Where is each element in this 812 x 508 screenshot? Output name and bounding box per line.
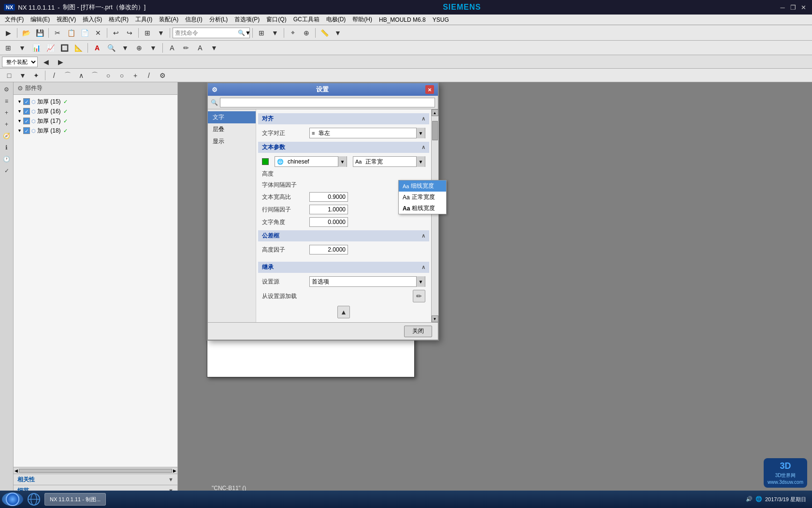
scroll-up-button[interactable]: ▲	[337, 306, 350, 318]
draw-btn2[interactable]: ✦	[30, 69, 43, 82]
text-btn[interactable]: A	[91, 42, 103, 54]
save-button[interactable]: 💾	[33, 27, 46, 39]
filter-btn1[interactable]: ◀	[40, 56, 52, 68]
layout-dropdown[interactable]: ▼	[16, 42, 29, 54]
filter-dropdown1[interactable]: 整个装配	[2, 57, 38, 67]
text-justify-combo[interactable]: ≡ 靠左 ▼	[309, 128, 425, 138]
menu-tools[interactable]: 工具(I)	[132, 15, 155, 25]
line-spacing-input[interactable]	[309, 205, 348, 214]
draw-dropdown1[interactable]: ▼	[16, 69, 29, 82]
drawing-area[interactable]: ⚙ 设置 × 🔍 文字 层叠 显示	[178, 82, 812, 507]
tree-checkbox-16[interactable]: ✓	[23, 108, 30, 115]
text2-btn[interactable]: A	[166, 42, 178, 54]
snap2-btn[interactable]: ⌖	[287, 27, 299, 39]
open-button[interactable]: 📂	[20, 27, 32, 39]
menu-edit[interactable]: 编辑(E)	[28, 15, 53, 25]
search-input[interactable]	[175, 30, 238, 36]
draw-btn1[interactable]: □	[3, 69, 15, 82]
tree-item-thicken18[interactable]: ▼ ✓ ⬡ 加厚 (18) ✓	[14, 126, 177, 135]
ruler2-btn[interactable]: 📐	[72, 42, 85, 54]
view-dropdown[interactable]: ▼	[269, 27, 281, 39]
font-style-arrow[interactable]: ▼	[416, 156, 425, 167]
menu-ysug[interactable]: YSUG	[430, 15, 452, 24]
aspect-ratio-input[interactable]	[309, 192, 348, 202]
crosshair-dropdown[interactable]: ▼	[147, 42, 160, 54]
alignment-section-header[interactable]: 对齐 ∧	[258, 113, 429, 124]
draw-btn8[interactable]: ○	[116, 69, 128, 82]
graph-btn[interactable]: 📈	[44, 42, 57, 54]
search-box[interactable]: 🔍 ▼	[173, 28, 250, 38]
box-btn[interactable]: 🔲	[58, 42, 71, 54]
dialog-search-input[interactable]	[222, 100, 433, 105]
taskbar-nx-btn[interactable]: NX 11.0.1.11 - 制图...	[44, 493, 106, 506]
crosshair-btn[interactable]: ⊕	[133, 42, 145, 54]
scroll-thumb[interactable]	[432, 121, 438, 140]
menu-file[interactable]: 文件(F)	[2, 15, 27, 25]
text-params-section-header[interactable]: 文本参数 ∧	[258, 142, 429, 153]
font-option-thin[interactable]: Aa 细线宽度	[399, 180, 446, 192]
menu-preferences[interactable]: 首选项(P)	[232, 15, 262, 25]
inherit-section-header[interactable]: 继承 ∧	[258, 262, 429, 273]
settings-source-combo[interactable]: 首选项 ▼	[309, 276, 425, 287]
search-dropdown[interactable]: ▼	[245, 30, 251, 36]
font-name-arrow[interactable]: ▼	[338, 156, 347, 167]
chart-btn[interactable]: 📊	[30, 42, 43, 54]
menu-help[interactable]: 帮助(H)	[349, 15, 375, 25]
scroll-down-btn[interactable]: ▼	[432, 315, 438, 322]
draw-btn7[interactable]: ○	[102, 69, 115, 82]
menu-hb-mould[interactable]: HB_MOULD M6.8	[376, 15, 429, 24]
menu-assembly[interactable]: 装配(A)	[156, 15, 181, 25]
font-option-normal[interactable]: Aa 正常宽度	[399, 192, 446, 203]
close-button[interactable]: ✕	[799, 3, 808, 12]
sidebar-icon-info[interactable]: ℹ	[1, 142, 12, 153]
tree-checkbox-17[interactable]: ✓	[23, 118, 30, 124]
undo-button[interactable]: ↩	[110, 27, 122, 39]
snap-dropdown[interactable]: ▼	[155, 27, 167, 39]
snap3-btn[interactable]: ⊕	[300, 27, 313, 39]
ruler-btn[interactable]: 📏	[318, 27, 331, 39]
dialog-close-btn[interactable]: 关闭	[404, 326, 432, 337]
part-tree-gear-icon[interactable]: ⚙	[17, 85, 23, 92]
layout-btn[interactable]: ⊞	[2, 42, 14, 54]
sidebar-icon-layers[interactable]: ≡	[1, 96, 12, 106]
scroll-track[interactable]	[432, 116, 438, 315]
view-btn[interactable]: ⊞	[255, 27, 268, 39]
draw-btn6[interactable]: ⌒	[88, 69, 101, 82]
pencil-btn[interactable]: ✏	[180, 42, 192, 54]
copy-button[interactable]: 📋	[65, 27, 77, 39]
settings-source-arrow[interactable]: ▼	[416, 276, 425, 287]
scroll-left-icon[interactable]: ◀	[14, 468, 18, 473]
redo-button[interactable]: ↪	[123, 27, 136, 39]
scroll-up-btn[interactable]: ▲	[432, 109, 438, 116]
menu-insert[interactable]: 插入(S)	[80, 15, 105, 25]
snap-button[interactable]: ⊞	[141, 27, 154, 39]
dialog-close-button[interactable]: ×	[425, 85, 434, 94]
zoom-dropdown[interactable]: ▼	[119, 42, 131, 54]
sidebar-icon-plus1[interactable]: +	[1, 107, 12, 118]
scroll-right-icon[interactable]: ▶	[173, 468, 176, 473]
text-justify-arrow[interactable]: ▼	[416, 128, 425, 138]
draw-btn9[interactable]: +	[129, 69, 142, 82]
menu-gc[interactable]: GC工具箱	[290, 15, 322, 25]
menu-electrode[interactable]: 电极(D)	[323, 15, 349, 25]
tree-scrollbar[interactable]: ◀ ▶	[14, 467, 177, 474]
menu-analysis[interactable]: 分析(L)	[206, 15, 231, 25]
draw-btn11[interactable]: ⚙	[156, 69, 169, 82]
nav-item-layer[interactable]: 层叠	[208, 123, 256, 135]
tree-checkbox-18[interactable]: ✓	[23, 127, 30, 134]
menu-view[interactable]: 视图(V)	[54, 15, 79, 25]
font-option-bold[interactable]: Aa 粗线宽度	[399, 203, 446, 214]
sidebar-icon-nav[interactable]: 🧭	[1, 131, 12, 141]
sidebar-icon-history[interactable]: 🕐	[1, 154, 12, 164]
cut-button[interactable]: ✂	[51, 27, 64, 39]
nav-item-display[interactable]: 显示	[208, 135, 256, 148]
text3-dropdown[interactable]: ▼	[208, 42, 220, 54]
tolerance-section-header[interactable]: 公差框 ∧	[258, 230, 429, 241]
draw-btn3[interactable]: /	[48, 69, 60, 82]
paste-button[interactable]: 📄	[78, 27, 91, 39]
part-tree-content[interactable]: ▼ ✓ ⬡ 加厚 (15) ✓ ▼ ✓ ⬡ 加厚 (16) ✓ ▼ ✓ ⬡ 加厚…	[14, 95, 177, 467]
draw-btn4[interactable]: ⌒	[61, 69, 74, 82]
sidebar-icon-plus2[interactable]: +	[1, 119, 12, 130]
filter-btn2[interactable]: ▶	[54, 56, 67, 68]
tree-item-thicken15[interactable]: ▼ ✓ ⬡ 加厚 (15) ✓	[14, 97, 177, 106]
